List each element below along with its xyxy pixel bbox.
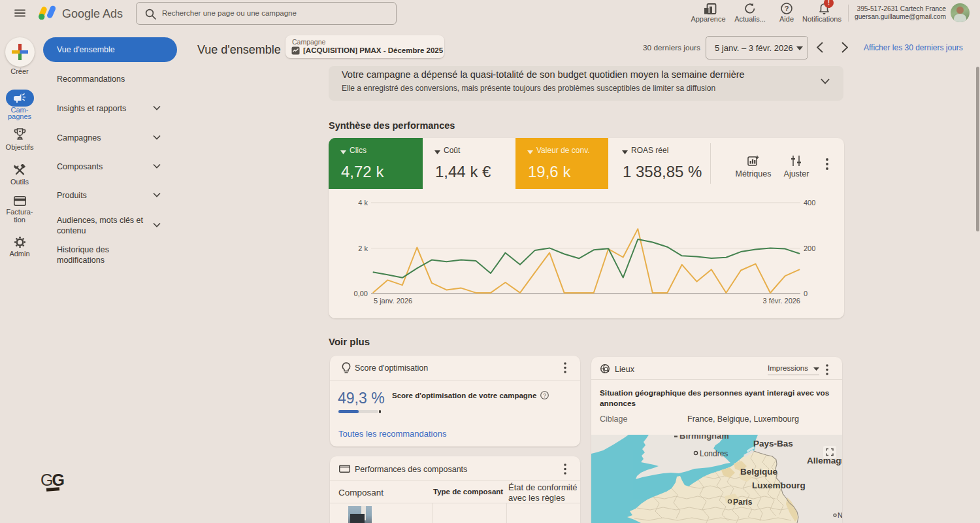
svg-text:200: 200 — [804, 245, 815, 252]
svg-text:Belgique: Belgique — [740, 467, 777, 477]
svg-text:5 janv. 2026: 5 janv. 2026 — [374, 297, 412, 305]
svg-text:Paris: Paris — [733, 498, 753, 507]
svg-text:?: ? — [543, 392, 546, 399]
svg-text:?: ? — [785, 5, 789, 12]
svg-text:400: 400 — [804, 199, 815, 207]
svg-text:N: N — [838, 511, 842, 519]
svg-text:2 k: 2 k — [358, 245, 368, 252]
svg-text:Luxembourg: Luxembourg — [752, 481, 806, 490]
svg-text:0: 0 — [804, 290, 808, 297]
svg-text:0,00: 0,00 — [354, 290, 368, 297]
svg-text:Londres: Londres — [700, 449, 728, 458]
svg-text:3 févr. 2026: 3 févr. 2026 — [763, 297, 801, 305]
svg-text:4 k: 4 k — [358, 199, 368, 207]
svg-text:Pays-Bas: Pays-Bas — [753, 439, 793, 448]
svg-text:Birmingham: Birmingham — [679, 435, 729, 441]
